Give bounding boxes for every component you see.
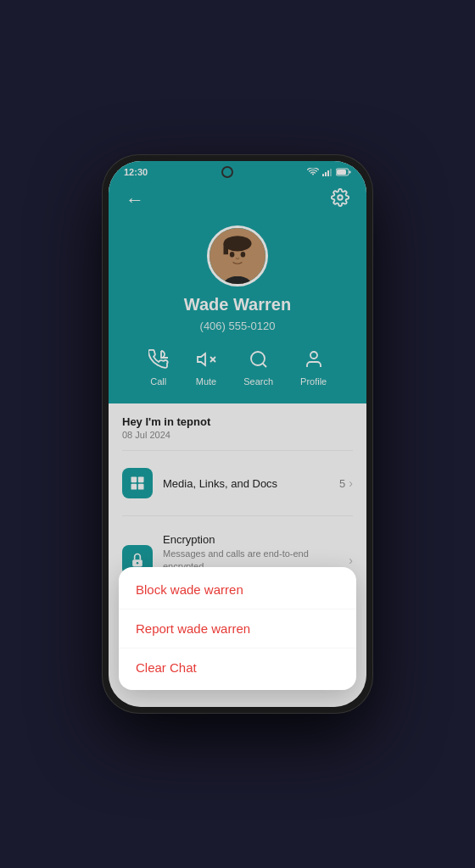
clear-chat-menu-item[interactable]: Clear Chat: [119, 648, 356, 687]
context-menu: Block wade warren Report wade warren Cle…: [119, 567, 356, 690]
report-menu-item[interactable]: Report wade warren: [119, 609, 356, 648]
block-menu-item[interactable]: Block wade warren: [119, 570, 356, 609]
